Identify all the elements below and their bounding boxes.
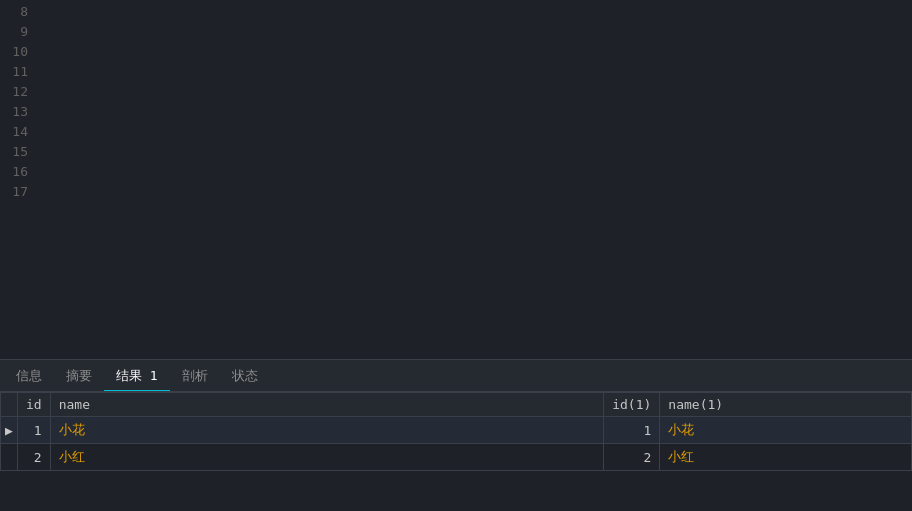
code-content[interactable]: select * from t_test1 t1, t_test2 t2 whe… — [36, 0, 912, 359]
code-line-10 — [36, 162, 912, 182]
cell-name-1: 小花 — [50, 417, 604, 444]
line-numbers: 8 9 10 11 12 13 14 15 16 17 — [0, 0, 36, 359]
col-header-name1: name(1) — [660, 393, 912, 417]
tab-profile[interactable]: 剖析 — [170, 360, 220, 392]
tab-info[interactable]: 信息 — [4, 360, 54, 392]
table-row[interactable]: 2 小红 2 小红 — [1, 444, 912, 471]
cell-name1-1: 小花 — [660, 417, 912, 444]
cell-id1-1: 1 — [604, 417, 660, 444]
tab-result1[interactable]: 结果 1 — [104, 360, 170, 392]
cell-name1-2: 小红 — [660, 444, 912, 471]
code-line-9 — [36, 102, 912, 122]
code-line-11 — [36, 222, 912, 242]
results-table: id name id(1) name(1) ▶ 1 小花 1 小花 2 小红 2… — [0, 392, 912, 471]
tab-status[interactable]: 状态 — [220, 360, 270, 392]
cell-id-2: 2 — [18, 444, 51, 471]
cell-id1-2: 2 — [604, 444, 660, 471]
cell-id-1: 1 — [18, 417, 51, 444]
row-marker-2 — [1, 444, 18, 471]
code-line-8 — [36, 42, 912, 62]
bottom-tabs: 信息 摘要 结果 1 剖析 状态 — [0, 359, 912, 391]
tab-summary[interactable]: 摘要 — [54, 360, 104, 392]
col-header-marker — [1, 393, 18, 417]
col-header-name: name — [50, 393, 604, 417]
cell-name-2: 小红 — [50, 444, 604, 471]
results-area: id name id(1) name(1) ▶ 1 小花 1 小花 2 小红 2… — [0, 391, 912, 511]
editor-area: 8 9 10 11 12 13 14 15 16 17 select * fro… — [0, 0, 912, 359]
table-row[interactable]: ▶ 1 小花 1 小花 — [1, 417, 912, 444]
col-header-id: id — [18, 393, 51, 417]
col-header-id1: id(1) — [604, 393, 660, 417]
code-line-13 — [36, 342, 912, 359]
row-marker-1: ▶ — [1, 417, 18, 444]
code-line-12 — [36, 282, 912, 302]
